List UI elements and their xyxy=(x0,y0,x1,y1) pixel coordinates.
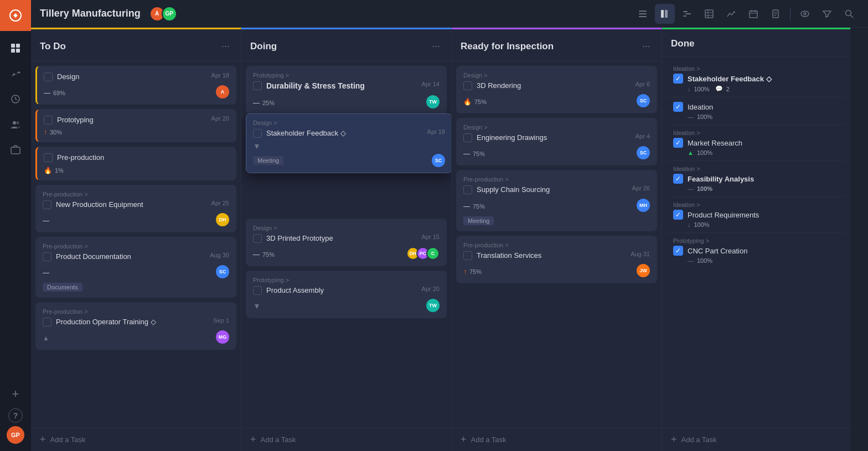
task-checkbox[interactable] xyxy=(463,251,472,260)
task-checkbox[interactable] xyxy=(463,133,472,142)
user-avatar[interactable]: GP xyxy=(7,426,24,444)
done-task-card[interactable]: Ideation > ✓ Market Research ▲ 100% xyxy=(666,125,846,161)
done-task-card[interactable]: ✓ Ideation — 100% xyxy=(666,97,846,125)
task-avatar: TW xyxy=(426,95,440,108)
task-card[interactable]: Pre-production > Production Operator Tra… xyxy=(35,302,236,350)
task-card[interactable]: Pre-production > Translation Services Au… xyxy=(456,236,657,283)
svg-point-31 xyxy=(804,13,806,15)
calendar-view-btn[interactable] xyxy=(743,4,763,24)
task-checkbox[interactable] xyxy=(43,252,51,261)
task-title: Prototyping xyxy=(57,115,207,125)
done-add-task[interactable]: + Add a Task xyxy=(662,428,850,451)
task-card[interactable]: Prototyping > Product Assembly Apr 20 ▼ … xyxy=(246,271,447,318)
board-view-btn[interactable] xyxy=(655,4,675,24)
todo-add-task[interactable]: + Add a Task xyxy=(31,428,241,451)
filter-btn[interactable] xyxy=(817,4,837,24)
task-title: Market Research xyxy=(688,139,839,147)
done-task-card[interactable]: Ideation > ✓ Stakeholder Feedback ◇ ↓ 10… xyxy=(666,61,846,97)
list-view-btn[interactable] xyxy=(633,4,653,24)
inspection-add-task[interactable]: + Add a Task xyxy=(452,428,662,451)
done-task-card[interactable]: Ideation > ✓ Product Requirements ↓ 100% xyxy=(666,197,846,233)
todo-header: To Do ··· xyxy=(31,29,241,61)
svg-rect-11 xyxy=(639,13,647,14)
task-checkbox[interactable] xyxy=(253,234,262,243)
task-checkbox[interactable] xyxy=(43,318,51,326)
stakeholder-feedback-floating[interactable]: Design > Stakeholder Feedback ◇ Apr 18 ▼… xyxy=(246,113,451,173)
task-checkbox[interactable] xyxy=(253,286,262,295)
task-card[interactable]: Design Apr 18 — 69% A xyxy=(35,66,236,105)
task-card[interactable]: Prototyping Apr 20 ↑ 30% xyxy=(35,109,236,142)
task-checkbox[interactable] xyxy=(463,185,472,194)
done-checkbox[interactable]: ✓ xyxy=(673,74,683,84)
task-title: Product Requirements xyxy=(688,211,839,219)
progress-value: 1% xyxy=(55,167,64,174)
expand-arrow[interactable]: ▼ xyxy=(253,302,261,310)
done-checkbox[interactable]: ✓ xyxy=(673,174,683,184)
add-nav[interactable]: + xyxy=(4,383,27,405)
svg-point-8 xyxy=(17,122,19,125)
task-card[interactable]: Design > 3D Printed Prototype Apr 15 — 7… xyxy=(246,219,447,266)
task-checkbox[interactable] xyxy=(253,81,262,90)
task-avatar: JW xyxy=(637,264,650,277)
task-title: Production Operator Training ◇ xyxy=(56,317,209,327)
done-checkbox[interactable]: ✓ xyxy=(673,210,683,220)
task-card[interactable]: Design > 3D Rendering Apr 6 🔥 75% SC xyxy=(456,66,657,113)
card-parent: Design > xyxy=(253,120,445,126)
task-card[interactable]: Design > Engineering Drawings Apr 4 — 75… xyxy=(456,118,657,165)
svg-rect-13 xyxy=(661,10,664,18)
doing-menu[interactable]: ··· xyxy=(430,38,442,54)
help-nav[interactable]: ? xyxy=(8,408,23,423)
projects-nav[interactable] xyxy=(4,139,27,161)
doing-add-task[interactable]: + Add a Task xyxy=(241,428,451,451)
task-checkbox[interactable] xyxy=(44,72,53,81)
task-checkbox[interactable] xyxy=(43,200,51,209)
table-view-btn[interactable] xyxy=(699,4,719,24)
task-checkbox[interactable] xyxy=(253,129,262,138)
task-card[interactable]: Pre-production > New Production Equipmen… xyxy=(35,185,236,232)
progress-value: 100% xyxy=(697,257,712,264)
people-nav[interactable] xyxy=(4,113,27,136)
inspection-title: Ready for Inspection xyxy=(461,41,640,52)
avatar-2[interactable]: GP xyxy=(162,6,177,22)
svg-rect-22 xyxy=(750,11,757,18)
task-card[interactable]: Pre-production > Product Documentation A… xyxy=(35,237,236,298)
done-checkbox[interactable]: ✓ xyxy=(673,246,683,256)
done-checkbox[interactable]: ✓ xyxy=(673,102,683,112)
doc-view-btn[interactable] xyxy=(766,4,786,24)
watch-btn[interactable] xyxy=(795,4,815,24)
done-task-card[interactable]: Prototyping > ✓ CNC Part Creation — 100% xyxy=(666,233,846,268)
svg-rect-16 xyxy=(685,13,691,14)
progress-value: 75% xyxy=(474,99,487,105)
chart-view-btn[interactable] xyxy=(721,4,741,24)
task-card[interactable]: Pre-production > Supply Chain Sourcing A… xyxy=(456,170,657,231)
inspection-menu[interactable]: ··· xyxy=(640,38,653,54)
timeline-view-btn[interactable] xyxy=(677,4,697,24)
progress-icon: — xyxy=(253,99,260,107)
progress-value: 100% xyxy=(694,221,710,228)
search-btn[interactable] xyxy=(839,4,859,24)
app-logo[interactable] xyxy=(0,0,31,31)
done-task-card[interactable]: Ideation > ✓ Feasibility Analysis — 100% xyxy=(666,161,846,197)
home-nav[interactable] xyxy=(4,37,27,59)
task-title: Product Documentation xyxy=(56,252,205,262)
expand-arrow[interactable]: ▼ xyxy=(253,142,445,151)
svg-rect-10 xyxy=(639,11,647,12)
task-date: Apr 26 xyxy=(632,185,650,191)
svg-line-33 xyxy=(851,15,854,18)
task-checkbox[interactable] xyxy=(44,153,53,162)
task-checkbox[interactable] xyxy=(463,81,472,90)
task-card[interactable]: Prototyping > Durability & Stress Testin… xyxy=(246,66,447,115)
svg-rect-9 xyxy=(11,147,20,154)
task-checkbox[interactable] xyxy=(44,116,53,125)
svg-rect-4 xyxy=(16,49,20,53)
task-title: 3D Rendering xyxy=(477,81,631,91)
time-nav[interactable] xyxy=(4,88,27,110)
task-title: Product Assembly xyxy=(266,286,417,296)
comment-icon: 💬 xyxy=(715,85,723,92)
card-parent: Prototyping > xyxy=(253,277,440,283)
task-card[interactable]: Pre-production 🔥 1% xyxy=(35,147,236,180)
analytics-nav[interactable] xyxy=(4,63,27,85)
todo-menu[interactable]: ··· xyxy=(219,38,232,54)
done-checkbox[interactable]: ✓ xyxy=(673,138,683,148)
card-parent: Prototyping > xyxy=(253,72,440,79)
